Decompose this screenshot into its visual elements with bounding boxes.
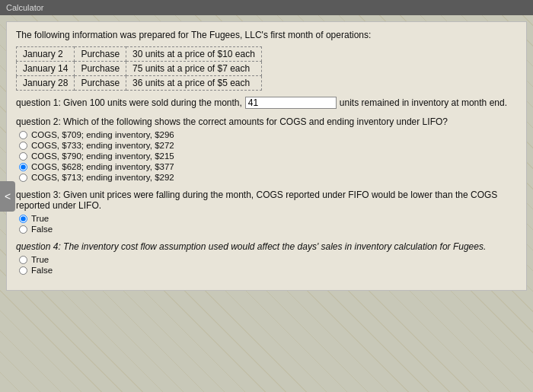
- question-4-block: question 4: The inventory cost flow assu…: [16, 241, 517, 275]
- question-3-option-true[interactable]: True: [19, 214, 517, 223]
- question-4-options: True False: [16, 255, 517, 275]
- question-2-radio-c[interactable]: [19, 152, 27, 161]
- question-2-label-c: COGS, $790; ending inventory, $215: [31, 151, 174, 161]
- question-4-radio-false[interactable]: [19, 266, 27, 275]
- top-bar: Calculator: [0, 0, 533, 15]
- top-bar-title: Calculator: [6, 3, 44, 12]
- question-4-option-false[interactable]: False: [19, 266, 517, 275]
- table-cell-action: Purchase: [75, 76, 126, 91]
- question-2-label-b: COGS, $733; ending inventory, $272: [31, 141, 174, 150]
- intro-text: The following information was prepared f…: [16, 30, 517, 40]
- question-2-text: question 2: Which of the following shows…: [16, 116, 517, 127]
- question-3-label-true: True: [31, 214, 49, 223]
- question-2-options: COGS, $709; ending inventory, $296 COGS,…: [16, 130, 517, 182]
- table-cell-desc: 30 units at a price of $10 each: [126, 47, 262, 62]
- question-2-radio-b[interactable]: [19, 142, 27, 150]
- table-cell-date: January 14: [17, 62, 75, 76]
- question-4-text: question 4: The inventory cost flow assu…: [16, 241, 517, 252]
- question-2-radio-a[interactable]: [19, 131, 27, 139]
- table-cell-date: January 28: [17, 76, 75, 91]
- chevron-left-icon: <: [5, 190, 11, 202]
- nav-back-button[interactable]: <: [0, 181, 15, 212]
- question-2-option-a[interactable]: COGS, $709; ending inventory, $296: [19, 130, 517, 139]
- question-3-radio-true[interactable]: [19, 215, 27, 223]
- question-3-label-false: False: [31, 225, 53, 234]
- table-row: January 14 Purchase 75 units at a price …: [17, 62, 262, 76]
- question-4-label-false: False: [31, 266, 53, 275]
- question-2-radio-d[interactable]: [19, 163, 27, 171]
- question-1-block: question 1: Given 100 units were sold du…: [16, 97, 517, 109]
- question-4-option-true[interactable]: True: [19, 255, 517, 264]
- main-content: The following information was prepared f…: [6, 21, 527, 291]
- question-2-block: question 2: Which of the following shows…: [16, 116, 517, 182]
- question-2-label-d: COGS, $628; ending inventory, $377: [31, 162, 174, 171]
- question-1-line: question 1: Given 100 units were sold du…: [16, 97, 517, 109]
- question-3-radio-false[interactable]: [19, 225, 27, 234]
- inventory-table: January 2 Purchase 30 units at a price o…: [16, 46, 262, 91]
- question-4-radio-true[interactable]: [19, 256, 27, 264]
- table-cell-desc: 75 units at a price of $7 each: [126, 62, 262, 76]
- question-2-option-d[interactable]: COGS, $628; ending inventory, $377: [19, 162, 517, 171]
- table-row: January 2 Purchase 30 units at a price o…: [17, 47, 262, 62]
- table-cell-date: January 2: [17, 47, 75, 62]
- question-2-option-b[interactable]: COGS, $733; ending inventory, $272: [19, 141, 517, 150]
- question-2-label-e: COGS, $713; ending inventory, $292: [31, 173, 174, 182]
- question-1-label: question 1: Given 100 units were sold du…: [16, 97, 242, 108]
- table-cell-action: Purchase: [75, 62, 126, 76]
- question-3-text: question 3: Given unit prices were falli…: [16, 190, 517, 211]
- question-4-label-true: True: [31, 255, 49, 264]
- table-cell-action: Purchase: [75, 47, 126, 62]
- question-3-option-false[interactable]: False: [19, 225, 517, 234]
- question-1-suffix: units remained in inventory at month end…: [340, 97, 507, 108]
- table-row: January 28 Purchase 36 units at a price …: [17, 76, 262, 91]
- question-3-options: True False: [16, 214, 517, 234]
- question-2-radio-e[interactable]: [19, 174, 27, 182]
- table-cell-desc: 36 units at a price of $5 each: [126, 76, 262, 91]
- question-2-label-a: COGS, $709; ending inventory, $296: [31, 130, 174, 139]
- question-3-block: question 3: Given unit prices were falli…: [16, 190, 517, 234]
- question-1-input[interactable]: [245, 97, 337, 109]
- question-2-option-c[interactable]: COGS, $790; ending inventory, $215: [19, 151, 517, 161]
- question-2-option-e[interactable]: COGS, $713; ending inventory, $292: [19, 173, 517, 182]
